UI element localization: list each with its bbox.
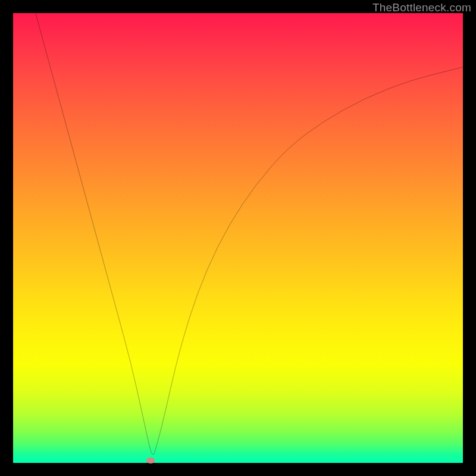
optimum-marker <box>146 458 155 464</box>
chart-frame: TheBottleneck.com <box>0 0 476 476</box>
bottleneck-curve <box>36 13 463 455</box>
watermark-text: TheBottleneck.com <box>372 1 471 14</box>
plot-area <box>13 13 463 463</box>
curve-svg <box>13 13 463 463</box>
